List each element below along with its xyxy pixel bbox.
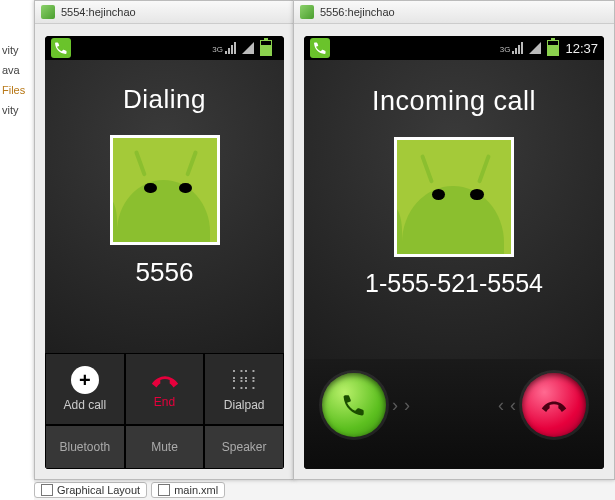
contact-avatar	[394, 137, 514, 257]
button-label: Speaker	[222, 440, 267, 454]
side-item: Files	[0, 80, 34, 100]
side-item: vity	[0, 100, 34, 120]
window-titlebar[interactable]: 5556:hejinchao	[294, 1, 614, 24]
battery-icon	[260, 40, 272, 56]
plus-icon: +	[71, 366, 99, 394]
battery-icon	[547, 40, 559, 56]
button-label: Add call	[63, 398, 106, 412]
status-bar: 3G 12:37	[304, 36, 604, 60]
call-number: 1-555-521-5554	[365, 269, 543, 298]
emulator-window-5556: 5556:hejinchao 3G 12:37 Incoming call	[293, 0, 615, 480]
window-title: 5556:hejinchao	[320, 6, 395, 18]
button-label: Bluetooth	[59, 440, 110, 454]
device-screen: 3G 12:37 Incoming call 1-555-521-5554	[304, 36, 604, 469]
tab-label: main.xml	[174, 484, 218, 496]
speaker-button[interactable]: Speaker	[204, 425, 284, 469]
ide-side-strip: vity ava Files vity	[0, 0, 34, 500]
window-title: 5554:hejinchao	[61, 6, 136, 18]
contact-avatar	[110, 135, 220, 245]
editor-bottom-tabs: Graphical Layout main.xml	[34, 482, 225, 498]
answer-call-button[interactable]	[322, 373, 386, 437]
phone-icon	[340, 391, 368, 419]
button-label: Dialpad	[224, 398, 265, 412]
ongoing-call-icon	[51, 38, 71, 58]
button-label: Mute	[151, 440, 178, 454]
call-status-title: Dialing	[123, 84, 206, 115]
tab-icon	[41, 484, 53, 496]
call-area: Dialing 5556 + Add call	[45, 60, 284, 469]
tab-label: Graphical Layout	[57, 484, 140, 496]
in-call-controls: + Add call End ∷∷∷∷ Dialpad	[45, 353, 284, 469]
tab-main-xml[interactable]: main.xml	[151, 482, 225, 498]
end-call-icon	[540, 391, 568, 419]
dialpad-icon: ∷∷∷∷	[230, 366, 258, 394]
tab-icon	[158, 484, 170, 496]
end-call-button[interactable]: End	[125, 353, 205, 425]
ongoing-call-icon	[310, 38, 330, 58]
bluetooth-button[interactable]: Bluetooth	[45, 425, 125, 469]
call-status-title: Incoming call	[372, 86, 536, 117]
tab-graphical-layout[interactable]: Graphical Layout	[34, 482, 147, 498]
add-call-button[interactable]: + Add call	[45, 353, 125, 425]
android-app-icon	[300, 5, 314, 19]
signal-icon	[529, 42, 541, 54]
chevron-left-icon: ‹	[510, 395, 516, 416]
chevron-right-icon: ›	[392, 395, 398, 416]
signal-icon	[242, 42, 254, 54]
android-app-icon	[41, 5, 55, 19]
chevron-right-icon: ›	[404, 395, 410, 416]
end-call-icon	[150, 369, 180, 391]
device-screen: 3G Dialing 5556	[45, 36, 284, 469]
status-clock: 12:37	[565, 41, 598, 56]
network-3g-icon: 3G	[500, 42, 524, 54]
network-3g-icon: 3G	[212, 42, 236, 54]
dialpad-button[interactable]: ∷∷∷∷ Dialpad	[204, 353, 284, 425]
call-number: 5556	[136, 257, 194, 288]
chevron-left-icon: ‹	[498, 395, 504, 416]
call-area: Incoming call 1-555-521-5554	[304, 60, 604, 469]
incoming-call-controls: › › ‹ ‹	[304, 359, 604, 469]
emulator-window-5554: 5554:hejinchao 3G Dialing	[34, 0, 295, 480]
side-item: vity	[0, 40, 34, 60]
mute-button[interactable]: Mute	[125, 425, 205, 469]
window-titlebar[interactable]: 5554:hejinchao	[35, 1, 294, 24]
side-item: ava	[0, 60, 34, 80]
button-label: End	[154, 395, 175, 409]
status-bar: 3G	[45, 36, 284, 60]
decline-call-button[interactable]	[522, 373, 586, 437]
